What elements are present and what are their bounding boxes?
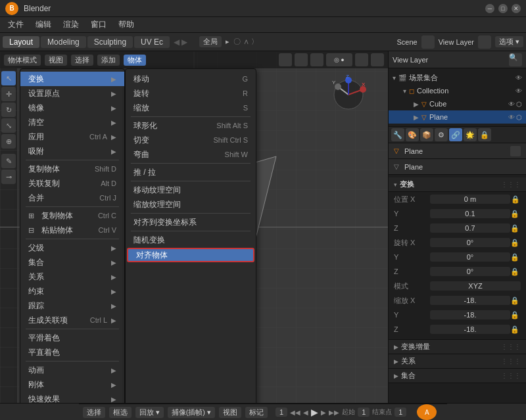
menu-mirror[interactable]: 镜像 ▶ xyxy=(20,101,124,115)
tree-plane[interactable]: ▶ ▽ Plane 👁 ⬡ xyxy=(389,110,526,124)
frame-current[interactable]: 1 xyxy=(358,408,370,417)
global-selector[interactable]: 全局 xyxy=(199,36,222,47)
position-z[interactable]: 0.7 xyxy=(430,223,510,233)
rotation-y-lock[interactable]: 🔒 xyxy=(510,253,521,262)
menu-render[interactable]: 渲染 xyxy=(58,18,84,32)
delta-transform-section[interactable]: ▶ 变换增量 ⋮⋮⋮ xyxy=(389,340,526,354)
menu-transform[interactable]: 变换 ▶ xyxy=(20,72,124,86)
menu-rigid-body[interactable]: 刚体 ▶ xyxy=(20,377,124,392)
menu-copy-objects[interactable]: ⊞ 复制物体 Ctrl C xyxy=(20,208,124,223)
scale-z[interactable]: -18. xyxy=(430,325,510,334)
menu-shade-smooth[interactable]: 平滑着色 xyxy=(20,331,124,345)
menu-animation[interactable]: 动画 ▶ xyxy=(20,363,124,377)
scale-z-lock[interactable]: 🔒 xyxy=(510,325,521,334)
submenu-spherize[interactable]: 球形化 Shift Alt S xyxy=(126,118,256,133)
rotation-mode[interactable]: XYZ xyxy=(430,281,521,291)
frame-end[interactable]: 1 xyxy=(394,408,406,417)
select-menu[interactable]: 选择 xyxy=(71,55,93,66)
menu-constraints[interactable]: 约束 ▶ xyxy=(20,284,124,298)
relations-section[interactable]: ▶ 关系 ⋮⋮⋮ xyxy=(389,354,526,369)
viewport-icon2[interactable] xyxy=(295,53,308,66)
menu-clear[interactable]: 清空 ▶ xyxy=(20,115,124,129)
maximize-button[interactable]: □ xyxy=(498,4,508,13)
position-x-lock[interactable]: 🔒 xyxy=(510,195,521,204)
menu-join[interactable]: 合并 Ctrl J xyxy=(20,191,124,205)
menu-paste-objects[interactable]: ⊟ 粘贴物体 Ctrl V xyxy=(20,223,124,237)
tree-cube[interactable]: ▶ ▽ Cube 👁 ⬡ xyxy=(389,97,526,110)
rotation-z[interactable]: 0° xyxy=(430,267,510,276)
viewport-gizmo[interactable]: X Y Z xyxy=(329,75,368,114)
tab-modeling[interactable]: Modeling xyxy=(41,36,86,48)
select-btn[interactable]: 选择 xyxy=(83,407,105,418)
submenu-push-pull[interactable]: 推 / 拉 xyxy=(126,165,256,179)
submenu-align-transform[interactable]: 对齐到变换坐标系 xyxy=(126,215,256,229)
menu-edit[interactable]: 编辑 xyxy=(30,18,57,32)
rotation-y[interactable]: 0° xyxy=(430,252,510,262)
playback-btn[interactable]: 回放 ▾ xyxy=(135,407,164,418)
mode-selector[interactable]: 物体模式 xyxy=(4,55,41,66)
submenu-rotate[interactable]: 旋转 R xyxy=(126,86,256,101)
menu-parent[interactable]: 父级 ▶ xyxy=(20,241,124,255)
prop-icon3[interactable]: 📦 xyxy=(420,128,433,141)
menu-snap[interactable]: 吸附 ▶ xyxy=(20,144,124,158)
viewport[interactable]: 物体模式 视图 选择 添加 物体 ◎● ↖ ✛ ↻ ⤡ ⊕ xyxy=(0,51,388,403)
submenu-align-objects[interactable]: 对齐物体 xyxy=(127,248,254,262)
transform-title[interactable]: ▾ 变换 ⋮⋮⋮ xyxy=(389,177,526,192)
collections-section[interactable]: ▶ 集合 ⋮⋮⋮ xyxy=(389,369,526,383)
viewport-icon3[interactable] xyxy=(310,53,323,66)
prop-icon1[interactable]: 🔧 xyxy=(391,128,404,141)
tab-uv-editing[interactable]: UV Ec xyxy=(134,36,170,48)
menu-shade-flat[interactable]: 平直着色 xyxy=(20,345,124,360)
auto-keyframe-btn[interactable]: A xyxy=(417,404,437,420)
search-icon[interactable]: 🔍 xyxy=(509,53,522,66)
viewport-icon1[interactable] xyxy=(279,53,292,66)
submenu-bend[interactable]: 弯曲 Shift W xyxy=(126,147,256,162)
submenu-move-texture[interactable]: 移动纹理空间 xyxy=(126,183,256,197)
object-name-field[interactable]: Plane xyxy=(402,147,508,156)
rotation-z-lock[interactable]: 🔒 xyxy=(510,268,521,276)
menu-window[interactable]: 窗口 xyxy=(85,18,112,32)
position-z-lock[interactable]: 🔒 xyxy=(510,224,521,233)
menu-linked-dup[interactable]: 关联复制 Alt D xyxy=(20,176,124,191)
menu-set-origin[interactable]: 设置原点 ▶ xyxy=(20,86,124,101)
tree-collection[interactable]: ▾ ◻ Collection 👁 xyxy=(389,84,526,97)
minimize-button[interactable]: ─ xyxy=(485,4,494,13)
scale-y[interactable]: -18. xyxy=(430,310,510,319)
menu-collection[interactable]: 集合 ▶ xyxy=(20,255,124,269)
menu-quick-effects[interactable]: 快速效果 ▶ xyxy=(20,392,124,403)
rotation-x[interactable]: 0° xyxy=(430,238,510,247)
submenu-shear[interactable]: 切变 Shift Ctrl S xyxy=(126,133,256,147)
overlay-btn[interactable] xyxy=(355,53,368,66)
prop-icon2[interactable]: 🎨 xyxy=(406,128,419,141)
menu-make-links[interactable]: 生成关联项 Ctrl L ▶ xyxy=(20,313,124,327)
marker-btn[interactable]: 标记 xyxy=(245,407,268,418)
data-name-field[interactable]: Plane xyxy=(402,162,521,172)
view-menu[interactable]: 视图 xyxy=(45,55,67,66)
menu-file[interactable]: 文件 xyxy=(3,18,29,32)
shading-buttons[interactable]: ◎● xyxy=(326,53,352,66)
submenu-scale[interactable]: 缩放 S xyxy=(126,101,256,115)
submenu-move[interactable]: 移动 G xyxy=(126,72,256,86)
object-name-icon[interactable] xyxy=(510,146,521,156)
scene-icon[interactable] xyxy=(421,35,435,49)
frame-start[interactable]: 1 xyxy=(275,408,287,417)
snap-btn[interactable]: 捕像(插帧) ▾ xyxy=(168,407,215,418)
object-menu-btn[interactable]: 物体 xyxy=(124,55,146,66)
prop-icon-active[interactable]: 🔗 xyxy=(449,128,462,141)
scale-x-lock[interactable]: 🔒 xyxy=(510,296,521,305)
position-y[interactable]: 0.1 xyxy=(430,209,510,218)
gizmo-btn[interactable] xyxy=(371,53,384,66)
menu-track[interactable]: 跟踪 ▶ xyxy=(20,298,124,313)
submenu-scale-texture[interactable]: 缩放纹理空间 xyxy=(126,197,256,212)
position-y-lock[interactable]: 🔒 xyxy=(510,210,521,218)
view-layer-icon[interactable] xyxy=(478,35,491,49)
scale-x[interactable]: -18. xyxy=(430,296,510,305)
menu-apply[interactable]: 应用 Ctrl A ▶ xyxy=(20,129,124,144)
rotation-x-lock[interactable]: 🔒 xyxy=(510,239,521,247)
scale-y-lock[interactable]: 🔒 xyxy=(510,311,521,319)
options-btn[interactable]: 选项 ▾ xyxy=(495,36,523,47)
tab-layout[interactable]: Layout xyxy=(3,36,39,48)
box-select-btn[interactable]: 框选 xyxy=(109,407,132,418)
prop-icon5[interactable]: 🌟 xyxy=(464,128,477,141)
submenu-randomize[interactable]: 随机变换 xyxy=(126,233,256,247)
